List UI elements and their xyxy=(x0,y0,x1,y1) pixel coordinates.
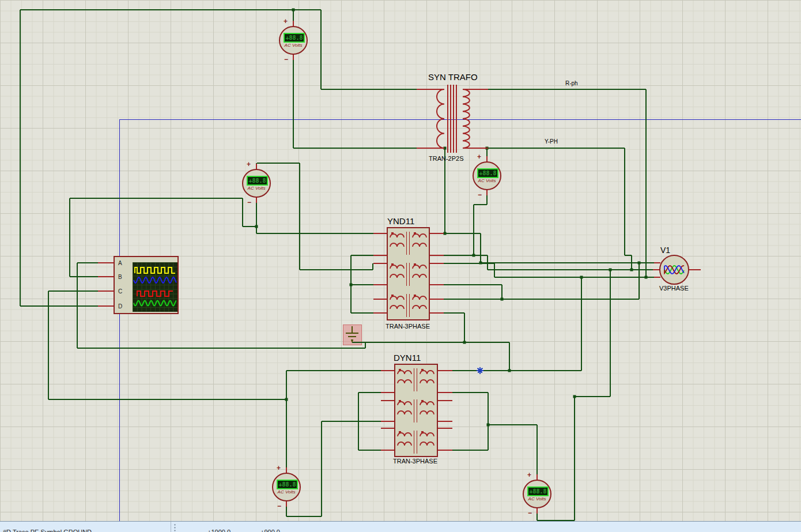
net-label-r-phase: R-ph xyxy=(565,80,578,86)
junction-dot xyxy=(501,298,504,301)
dyn11-polarity-dot xyxy=(421,369,424,371)
dyn11-title: DYN11 xyxy=(394,353,421,363)
junction-dot xyxy=(444,232,447,235)
ac-voltmeter-vm-top[interactable]: +88.8AC Volts xyxy=(279,26,308,55)
status-bar: #D Trace PE Symbol GROUND +1000.0 +900.0 xyxy=(0,521,801,532)
junction-dot xyxy=(573,395,576,398)
voltmeter-minus-terminal-label: − xyxy=(528,510,532,516)
dyn11-polarity-dot xyxy=(399,369,401,371)
ynd11-winding xyxy=(413,274,426,278)
ac-voltmeter-vm-mid-left[interactable]: +88.8AC Volts xyxy=(242,169,271,198)
ynd11-winding xyxy=(390,243,404,247)
dyn11-winding xyxy=(420,411,434,414)
ynd11-winding xyxy=(413,305,426,309)
ynd11-polarity-dot xyxy=(391,295,394,297)
cursor-x-coordinate: +1000.0 xyxy=(207,529,231,532)
junction-dot xyxy=(473,254,475,257)
ynd11-polarity-dot xyxy=(414,232,416,235)
net-label-y-phase: Y-PH xyxy=(545,138,558,145)
voltmeter-plus-terminal-label: + xyxy=(277,465,281,471)
voltmeter-plus-terminal-label: + xyxy=(247,161,251,167)
ac-voltmeter-vm-bottom-left[interactable]: +88.8AC Volts xyxy=(272,473,301,501)
voltmeter-plus-terminal-label: + xyxy=(284,18,288,24)
status-message: #D Trace PE Symbol GROUND xyxy=(3,529,92,532)
voltmeter-plus-terminal-label: + xyxy=(527,472,531,478)
ac-voltmeter-vm-bottom-right[interactable]: +88.8AC Volts xyxy=(523,480,551,508)
cursor-y-coordinate: +900.0 xyxy=(260,529,280,532)
ac-voltmeter-vm-mid-right[interactable]: +88.8AC Volts xyxy=(473,161,501,190)
voltmeter-label: AC Volts xyxy=(474,178,500,183)
dyn11-polarity-dot xyxy=(399,400,401,402)
voltmeter-minus-terminal-label: − xyxy=(284,56,288,62)
ynd11-polarity-dot xyxy=(414,263,416,266)
dyn11-winding xyxy=(398,411,411,414)
voltmeter-minus-terminal-label: − xyxy=(277,503,281,509)
dyn11-winding xyxy=(398,380,411,383)
syn-trafo-secondary-coil[interactable] xyxy=(463,89,470,148)
voltmeter-minus-terminal-label: − xyxy=(247,199,251,205)
junction-dot xyxy=(508,369,511,372)
voltmeter-minus-terminal-label: − xyxy=(478,192,482,198)
voltmeter-label: AC Volts xyxy=(243,186,270,191)
ynd11-polarity-dot xyxy=(391,232,394,235)
dyn11-winding xyxy=(398,442,411,446)
junction-dot xyxy=(638,262,641,265)
voltmeter-display: +88.8 xyxy=(284,33,305,43)
ynd11-winding xyxy=(413,243,426,247)
junction-dot xyxy=(630,269,633,271)
junction-dot xyxy=(463,341,466,344)
dyn11-polarity-dot xyxy=(421,400,424,402)
statusbar-splitter[interactable] xyxy=(171,522,171,532)
ynd11-polarity-dot xyxy=(391,263,394,266)
dyn11-part: TRAN-3PHASE xyxy=(393,458,437,465)
junction-dot xyxy=(255,225,258,228)
syn-trafo-primary-coil[interactable] xyxy=(437,89,444,148)
junction-dot xyxy=(580,276,583,279)
junction-dot xyxy=(487,424,490,427)
junction-dot xyxy=(285,398,288,401)
voltmeter-label: AC Volts xyxy=(280,43,307,48)
dyn11-polarity-dot xyxy=(399,431,401,433)
voltmeter-plus-terminal-label: + xyxy=(477,154,481,160)
syn-trafo-title: SYN TRAFO xyxy=(428,72,478,82)
ynd11-polarity-dot xyxy=(414,295,416,297)
syn-trafo-part: TRAN-2P2S xyxy=(429,155,464,162)
voltmeter-label: AC Volts xyxy=(273,489,300,495)
splitter-dots-icon xyxy=(174,523,176,531)
junction-dot xyxy=(350,284,353,286)
ynd11-winding xyxy=(390,305,404,309)
junction-dot xyxy=(292,9,295,12)
voltmeter-display: +88.8 xyxy=(247,176,268,186)
voltmeter-display: +88.8 xyxy=(477,168,498,178)
voltmeter-display: +88.8 xyxy=(277,480,298,489)
voltmeter-display: +88.8 xyxy=(527,486,549,496)
source-ref: V1 xyxy=(660,246,670,255)
ynd11-title: YND11 xyxy=(387,216,414,226)
source-part: V3PHASE xyxy=(659,285,689,292)
ynd11-winding xyxy=(390,274,404,278)
wiring-layer[interactable] xyxy=(0,0,801,521)
dyn11-winding xyxy=(420,442,434,446)
ynd11-part: TRAN-3PHASE xyxy=(386,323,430,330)
junction-dot xyxy=(609,269,612,271)
voltmeter-label: AC Volts xyxy=(524,496,550,501)
dyn11-winding xyxy=(420,380,434,383)
dyn11-polarity-dot xyxy=(421,431,424,433)
junction-dot xyxy=(645,276,648,279)
schematic-canvas[interactable]: A B C D SYN TRAFO TRAN-2P2S YND11 TRAN-3… xyxy=(0,0,801,521)
junction-dot xyxy=(479,262,482,265)
